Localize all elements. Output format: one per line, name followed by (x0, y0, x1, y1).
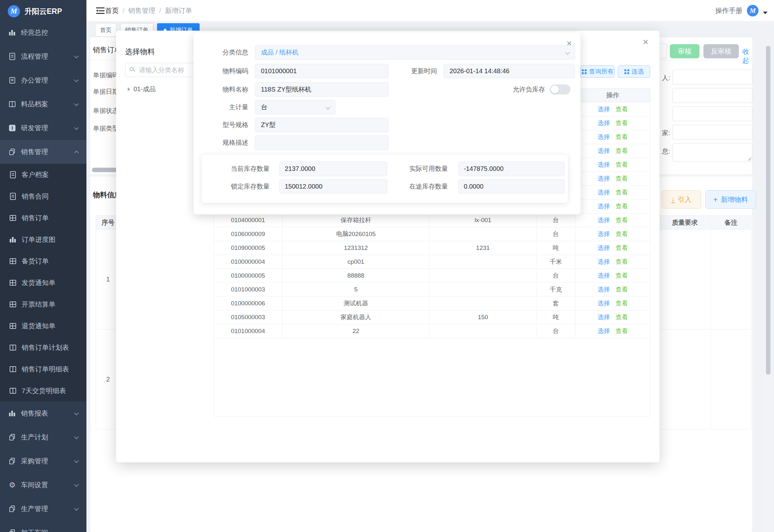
view-link[interactable]: 查看 (616, 244, 628, 252)
spec-field[interactable] (255, 135, 389, 150)
view-link[interactable]: 查看 (616, 230, 628, 238)
sidebar-item[interactable]: 研发管理 (0, 116, 86, 140)
select-link[interactable]: 选择 (598, 119, 610, 127)
select-link[interactable]: 选择 (598, 105, 610, 113)
unaudit-button[interactable]: 反审核 (703, 44, 739, 58)
select-link[interactable]: 选择 (598, 230, 610, 238)
vertical-scrollbar-track[interactable] (766, 39, 771, 532)
select-link[interactable]: 选择 (598, 271, 610, 280)
modal-close-icon[interactable]: × (640, 36, 651, 47)
sidebar-subitem[interactable]: 销售合同 (0, 185, 86, 207)
view-link[interactable]: 查看 (616, 299, 628, 308)
sidebar-subitem[interactable]: 退货通知单 (0, 315, 86, 337)
view-link[interactable]: 查看 (616, 133, 628, 141)
sidebar-subitem[interactable]: 销售订单计划表 (0, 337, 86, 358)
sidebar-subitem[interactable]: 备货订单 (0, 250, 86, 272)
select-link[interactable]: 选择 (598, 299, 610, 308)
select-link[interactable]: 选择 (598, 188, 610, 197)
sidebar-subitem[interactable]: 7天交货明细表 (0, 380, 86, 401)
name-field[interactable]: 118S ZY型纸杯机 (255, 82, 389, 97)
breadcrumb-sales[interactable]: 销售管理 (128, 6, 155, 15)
sidebar-subitem[interactable]: 开票结算单 (0, 293, 86, 315)
category-select[interactable]: 成品 / 纸杯机 (255, 45, 575, 60)
code-field[interactable]: 0101000001 (255, 64, 389, 78)
sidebar-submenu: 客户档案 销售合同 销售订单 订单进度图 (0, 164, 86, 401)
rnd-icon (8, 124, 16, 132)
sidebar-item[interactable]: 车间设置 (0, 473, 86, 497)
right-input-3[interactable] (672, 106, 752, 121)
multi-select-button[interactable]: 连选 (618, 65, 650, 78)
view-link[interactable]: 查看 (616, 271, 628, 280)
right-input-2[interactable] (672, 88, 752, 103)
view-link[interactable]: 查看 (616, 202, 628, 211)
right-input-4[interactable] (672, 125, 752, 140)
sidebar-subitem[interactable]: 订单进度图 (0, 229, 86, 250)
select-link[interactable]: 选择 (598, 327, 610, 335)
sidebar-item[interactable]: 料品档案 (0, 92, 86, 116)
view-link[interactable]: 查看 (616, 188, 628, 197)
category-tree-node[interactable]: 01-成品 (128, 85, 156, 94)
top-bar: 首页 / 销售管理 / 新增订单 操作手册 M (86, 0, 774, 22)
updated-field[interactable]: 2026-01-14 14:48:46 (443, 64, 575, 78)
select-link[interactable]: 选择 (598, 133, 610, 141)
view-link[interactable]: 查看 (616, 147, 628, 155)
add-material-button[interactable]: + 新增物料 (705, 190, 756, 209)
user-menu-caret-icon[interactable] (763, 12, 768, 14)
neg-stock-toggle[interactable] (550, 84, 571, 94)
unit-select[interactable]: 台 (255, 100, 335, 114)
sidebar-item[interactable]: 办公管理 (0, 68, 86, 92)
sidebar-item[interactable]: 销售报表 (0, 401, 86, 425)
material-name: 保存箱拉杆 (283, 213, 430, 227)
view-link[interactable]: 查看 (616, 258, 628, 266)
right-input-1[interactable] (672, 70, 752, 84)
import-button[interactable]: ↓ 引入 (662, 190, 701, 209)
sidebar-item[interactable]: 销售管理 (0, 140, 86, 164)
select-link[interactable]: 选择 (598, 285, 610, 294)
locked-stock-field[interactable]: 150012.0000 (279, 179, 387, 194)
model-field[interactable]: ZY型 (255, 118, 389, 132)
view-link[interactable]: 查看 (616, 161, 628, 169)
right-textarea[interactable] (672, 143, 752, 162)
material-ops: 选择 查看 (575, 172, 650, 185)
collapse-sidebar-icon[interactable] (96, 7, 104, 14)
sidebar-item[interactable]: 加工车间 (0, 521, 86, 532)
select-link[interactable]: 选择 (598, 244, 610, 252)
audit-button[interactable]: 审核 (670, 44, 700, 58)
sidebar-item[interactable]: 生产管理 (0, 497, 86, 521)
view-link[interactable]: 查看 (616, 327, 628, 335)
sidebar-item[interactable]: 经营总控 (0, 21, 86, 44)
breadcrumb-home[interactable]: 首页 (105, 6, 119, 15)
manual-link[interactable]: 操作手册 (715, 6, 742, 15)
query-all-button[interactable]: 查询所有 (581, 65, 615, 78)
select-link[interactable]: 选择 (598, 258, 610, 266)
select-link[interactable]: 选择 (598, 174, 610, 183)
view-link[interactable]: 查看 (616, 119, 628, 127)
select-link[interactable]: 选择 (598, 216, 610, 224)
select-link[interactable]: 选择 (598, 147, 610, 155)
collapse-link[interactable]: 收起 (742, 47, 752, 65)
sidebar-subitem[interactable]: 客户档案 (0, 164, 86, 185)
select-link[interactable]: 选择 (598, 161, 610, 169)
view-link[interactable]: 查看 (616, 174, 628, 183)
view-link[interactable]: 查看 (616, 313, 628, 321)
select-link[interactable]: 选择 (598, 313, 610, 321)
available-field[interactable]: -147875.0000 (458, 162, 565, 176)
select-link[interactable]: 选择 (598, 202, 610, 211)
view-link[interactable]: 查看 (616, 105, 628, 113)
sidebar-subitem[interactable]: 发货通知单 (0, 272, 86, 293)
sidebar-subitem[interactable]: 销售订单 (0, 207, 86, 229)
sidebar-subitem[interactable]: 销售订单明细表 (0, 358, 86, 380)
material-row: 0105000003 家庭机器人 150 吨 选择 查看 (214, 310, 650, 324)
sidebar-item[interactable]: 采购管理 (0, 449, 86, 473)
header-operations: 操作 (575, 88, 650, 102)
sidebar-item[interactable]: 流程管理 (0, 44, 86, 68)
current-stock-field[interactable]: 2137.0000 (279, 162, 387, 176)
transit-stock-field[interactable]: 0.0000 (458, 179, 565, 194)
vertical-scrollbar-thumb[interactable] (766, 46, 770, 375)
view-link[interactable]: 查看 (616, 285, 628, 294)
tree-expand-icon[interactable] (128, 87, 130, 91)
tab[interactable]: 首页 (95, 23, 116, 37)
view-link[interactable]: 查看 (616, 216, 628, 224)
avatar[interactable]: M (747, 5, 759, 16)
sidebar-item[interactable]: 生产计划 (0, 425, 86, 449)
